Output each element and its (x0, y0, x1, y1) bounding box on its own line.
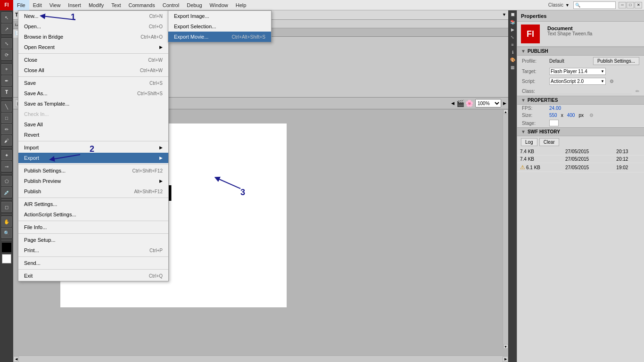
tool-3d-rotation[interactable]: ⟳ (1, 49, 12, 60)
color-icon[interactable]: 🎨 (510, 58, 515, 62)
swf-time: 19:02 (613, 163, 644, 173)
library-icon[interactable]: 📚 (510, 20, 515, 25)
tool-eyedropper[interactable]: 💉 (1, 187, 12, 197)
class-edit-icon[interactable]: ✏ (636, 89, 639, 94)
properties-icon[interactable]: 🔲 (510, 12, 515, 17)
script-settings-icon[interactable]: ⚙ (610, 79, 614, 84)
swatches-icon[interactable]: ▦ (511, 65, 515, 70)
menu-export[interactable]: Export▶ (18, 153, 168, 163)
minimize-button[interactable]: ─ (619, 2, 626, 8)
close-button[interactable]: ✕ (635, 2, 642, 8)
menu-save-as-template[interactable]: Save as Template... (18, 99, 168, 109)
info-icon[interactable]: ℹ (512, 50, 513, 55)
menu-page-setup[interactable]: Page Setup... (18, 235, 168, 245)
tool-eraser[interactable]: ◻ (1, 202, 12, 212)
menu-view[interactable]: View (46, 0, 65, 10)
menu-window[interactable]: Window (206, 0, 232, 10)
stage-color-swatch[interactable] (549, 120, 559, 126)
menu-close-all[interactable]: Close AllCtrl+Alt+W (18, 65, 168, 75)
workspace-dropdown-arrow[interactable]: ▼ (565, 3, 570, 8)
table-row[interactable]: 7.4 KB 27/05/2015 20:12 (517, 156, 644, 163)
menu-air-settings[interactable]: AIR Settings... (18, 199, 168, 209)
menu-publish[interactable]: PublishAlt+Shift+F12 (18, 186, 168, 197)
export-movie[interactable]: Export Movie... Ctrl+Alt+Shift+S (168, 32, 271, 42)
size-edit-icon[interactable]: ⚙ (589, 113, 594, 118)
menu-file-info[interactable]: File Info... (18, 222, 168, 232)
menu-revert[interactable]: Revert (18, 130, 168, 140)
table-row[interactable]: ⚠ 6.1 KB 27/05/2015 19:02 (517, 163, 644, 173)
zoom-selector[interactable]: 100% 50% 200% (475, 99, 501, 107)
menu-publish-preview[interactable]: Publish Preview▶ (18, 176, 168, 186)
vertical-scrollbar[interactable]: ▲ ▼ (503, 109, 508, 349)
script-dropdown[interactable]: ActionScript 2.0 ▼ (549, 78, 606, 85)
tool-bone[interactable]: ⊸ (1, 161, 12, 172)
publish-settings-button[interactable]: Publish Settings... (593, 57, 639, 65)
tool-deco[interactable]: ✦ (1, 150, 12, 160)
stroke-color[interactable] (2, 243, 11, 252)
menu-save-as[interactable]: Save As...Ctrl+Shift+S (18, 88, 168, 99)
menu-edit[interactable]: Edit (29, 0, 46, 10)
scroll-down-btn[interactable]: ▼ (504, 344, 508, 349)
fps-field[interactable]: 24.00 (549, 106, 561, 111)
fill-color[interactable] (2, 254, 11, 263)
swf-time: 20:13 (613, 148, 644, 156)
scroll-right[interactable]: ▶ (503, 101, 506, 106)
flower-icon[interactable]: 🌸 (465, 99, 473, 107)
tool-text[interactable]: T (1, 87, 12, 97)
tool-free-transform[interactable]: ⤡ (1, 38, 12, 49)
menu-insert[interactable]: Insert (64, 0, 85, 10)
menu-browse-bridge[interactable]: Browse in BridgeCtrl+Alt+O (18, 32, 168, 42)
menu-control[interactable]: Control (159, 0, 183, 10)
restore-button[interactable]: □ (627, 2, 634, 8)
menu-publish-settings[interactable]: Publish Settings...Ctrl+Shift+F12 (18, 165, 168, 176)
class-field[interactable] (549, 88, 632, 94)
tool-pen[interactable]: ✒ (1, 75, 12, 86)
menu-file[interactable]: File (13, 0, 29, 10)
menu-close[interactable]: CloseCtrl+W (18, 55, 168, 65)
menu-text[interactable]: Text (107, 0, 124, 10)
tool-selection[interactable]: ↖ (1, 12, 12, 23)
tool-rectangle[interactable]: □ (1, 113, 12, 123)
scene-icon[interactable]: 🎬 (456, 99, 464, 107)
tool-lasso[interactable]: ⌖ (1, 64, 12, 74)
height-field[interactable]: 400 (567, 113, 575, 118)
menu-help[interactable]: Help (232, 0, 250, 10)
clear-button[interactable]: Clear (539, 138, 559, 146)
width-field[interactable]: 550 (549, 113, 557, 118)
menu-save-all[interactable]: Save All (18, 119, 168, 130)
log-button[interactable]: Log (521, 138, 537, 146)
menu-commands[interactable]: Commands (124, 0, 158, 10)
table-row[interactable]: 7.4 KB 27/05/2015 20:13 (517, 148, 644, 156)
menu-new[interactable]: New...Ctrl+N (18, 11, 168, 21)
menu-print[interactable]: Print...Ctrl+P (18, 245, 168, 255)
menu-send[interactable]: Send... (18, 258, 168, 268)
menu-actionscript-settings[interactable]: ActionScript Settings... (18, 209, 168, 220)
menu-exit[interactable]: ExitCtrl+Q (18, 271, 168, 281)
horizontal-scrollbar[interactable]: ◀ ▶ (13, 355, 508, 362)
menu-save[interactable]: SaveCtrl+S (18, 78, 168, 88)
menu-debug[interactable]: Debug (183, 0, 206, 10)
scroll-left[interactable]: ◀ (451, 101, 454, 106)
tool-zoom[interactable]: 🔍 (1, 228, 12, 238)
menu-import[interactable]: Import▶ (18, 142, 168, 153)
transform-icon[interactable]: ⤡ (511, 35, 514, 40)
timeline-collapse[interactable]: ▼ (502, 12, 506, 17)
target-dropdown[interactable]: Flash Player 11.4 ▼ (549, 68, 606, 75)
menu-open[interactable]: Open...Ctrl+O (18, 21, 168, 32)
menu-modify[interactable]: Modify (85, 0, 107, 10)
align-icon[interactable]: ≡ (511, 42, 513, 47)
scroll-left-btn[interactable]: ◀ (13, 356, 19, 362)
tool-hand[interactable]: ✋ (1, 216, 12, 227)
scroll-right-btn[interactable]: ▶ (503, 356, 508, 362)
tool-line[interactable]: ╲ (1, 101, 12, 112)
export-image[interactable]: Export Image... (168, 11, 271, 21)
menu-open-recent[interactable]: Open Recent▶ (18, 42, 168, 52)
motion-icon[interactable]: ▶ (511, 27, 514, 32)
export-selection[interactable]: Export Selection... (168, 21, 271, 32)
scroll-up-btn[interactable]: ▲ (504, 109, 508, 114)
tool-subselection[interactable]: ↗ (1, 24, 12, 34)
tool-brush[interactable]: 🖌 (1, 135, 12, 146)
tool-pencil[interactable]: ✏ (1, 124, 12, 134)
search-input[interactable]: 🔍 (573, 1, 616, 9)
tool-paint-bucket[interactable]: ⬠ (1, 176, 12, 186)
